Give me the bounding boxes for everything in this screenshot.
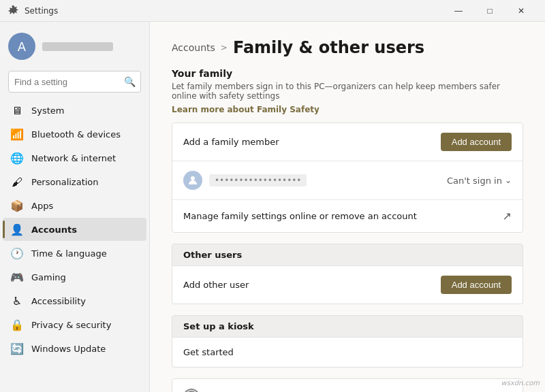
sidebar: A •••••••••••••••• 🔍 🖥 System 📶 Bluetoot… [0,22,150,392]
get-started-row[interactable]: Get started [172,338,523,367]
family-user-row: •••••••••••••••••• Can't sign in ⌄ [172,161,523,199]
main-content: Accounts > Family & other users Your fam… [150,22,545,392]
title-bar-controls: — □ ✕ [443,0,537,22]
add-other-user-label: Add other user [183,280,249,290]
sidebar-item-accounts[interactable]: 👤 Accounts [3,218,146,241]
accounts-icon: 👤 [11,223,23,235]
add-family-member-label: Add a family member [183,137,279,147]
get-started-label: Get started [183,347,234,357]
user-profile[interactable]: A •••••••••••••••• [0,22,149,68]
family-safety-link[interactable]: Learn more about Family Safety [172,105,320,114]
search-input[interactable] [8,71,141,93]
cant-sign-in-control[interactable]: Can't sign in ⌄ [447,176,512,186]
minimize-button[interactable]: — [443,0,474,22]
gaming-icon: 🎮 [11,271,23,283]
maximize-button[interactable]: □ [474,0,505,22]
kiosk-card: Get started [172,338,523,368]
other-users-header: Other users [172,244,523,266]
sidebar-label-privacy: Privacy & security [31,320,111,330]
breadcrumb: Accounts > Family & other users [172,38,523,57]
help-from-web-row[interactable]: Help from the web [172,378,523,392]
kiosk-header: Set up a kiosk [172,315,523,338]
other-users-section: Other users Add other user Add account [172,244,523,304]
user-name: •••••••••••••••• [42,42,141,51]
add-other-user-button[interactable]: Add account [441,276,512,294]
sidebar-label-gaming: Gaming [31,272,66,282]
manage-family-row[interactable]: Manage family settings online or remove … [172,199,523,232]
kiosk-section: Set up a kiosk Get started [172,315,523,368]
sidebar-item-update[interactable]: 🔄 Windows Update [3,337,146,360]
sidebar-item-system[interactable]: 🖥 System [3,99,146,122]
sidebar-label-bluetooth: Bluetooth & devices [31,129,121,140]
update-icon: 🔄 [11,342,23,355]
sidebar-item-time[interactable]: 🕐 Time & language [3,242,146,265]
sidebar-item-privacy[interactable]: 🔒 Privacy & security [3,313,146,336]
apps-icon: 📦 [11,199,23,212]
personalization-icon: 🖌 [11,176,23,188]
time-icon: 🕐 [11,247,23,259]
watermark: wsxdn.com [501,379,540,387]
title-bar: Settings — □ ✕ [0,0,545,22]
sidebar-label-accessibility: Accessibility [31,296,86,306]
your-family-section: Your family Let family members sign in t… [172,68,523,233]
breadcrumb-separator: > [221,43,228,52]
your-family-desc: Let family members sign in to this PC—or… [172,82,523,101]
other-users-card: Add other user Add account [172,266,523,304]
user-info: •••••••••••••••• [42,42,141,51]
sidebar-item-accessibility[interactable]: ♿ Accessibility [3,289,146,312]
breadcrumb-parent[interactable]: Accounts [172,42,215,53]
sidebar-item-gaming[interactable]: 🎮 Gaming [3,265,146,289]
app-body: A •••••••••••••••• 🔍 🖥 System 📶 Bluetoot… [0,22,545,392]
search-icon: 🔍 [124,76,136,87]
sidebar-label-time: Time & language [31,248,107,259]
external-link-icon: ↗ [503,210,512,223]
title-bar-title: Settings [25,6,58,16]
close-button[interactable]: ✕ [505,0,537,22]
family-cards: Add a family member Add account ••••••••… [172,122,523,233]
your-family-header: Your family [172,68,523,79]
bluetooth-icon: 📶 [11,128,23,140]
sidebar-item-bluetooth[interactable]: 📶 Bluetooth & devices [3,122,146,146]
network-icon: 🌐 [11,152,23,164]
manage-family-label: Manage family settings online or remove … [183,211,417,221]
sidebar-label-apps: Apps [31,201,53,211]
system-icon: 🖥 [11,104,23,116]
title-bar-left: Settings [8,5,58,16]
sidebar-label-network: Network & internet [31,153,116,163]
family-user-email: •••••••••••••••••• [209,174,307,186]
add-family-member-button[interactable]: Add account [441,133,512,151]
add-family-member-row: Add a family member Add account [172,123,523,161]
accessibility-icon: ♿ [11,295,23,307]
help-icon [183,389,200,392]
search-box: 🔍 [8,71,141,93]
add-other-user-row: Add other user Add account [172,266,523,304]
sidebar-item-network[interactable]: 🌐 Network & internet [3,146,146,169]
chevron-down-icon: ⌄ [505,176,512,185]
sidebar-item-personalization[interactable]: 🖌 Personalization [3,170,146,193]
sidebar-nav: 🖥 System 📶 Bluetooth & devices 🌐 Network… [0,98,149,361]
cant-sign-in-label: Can't sign in [447,176,502,186]
svg-point-0 [191,176,195,180]
sidebar-label-update: Windows Update [31,344,106,354]
sidebar-label-personalization: Personalization [31,177,99,187]
avatar: A [8,33,35,60]
family-user-info: •••••••••••••••••• [183,171,307,190]
settings-icon [8,5,19,16]
sidebar-item-apps[interactable]: 📦 Apps [3,194,146,217]
privacy-icon: 🔒 [11,318,23,331]
sidebar-label-system: System [31,105,64,116]
sidebar-label-accounts: Accounts [31,225,77,235]
breadcrumb-current: Family & other users [233,38,424,57]
family-user-avatar [183,171,202,190]
